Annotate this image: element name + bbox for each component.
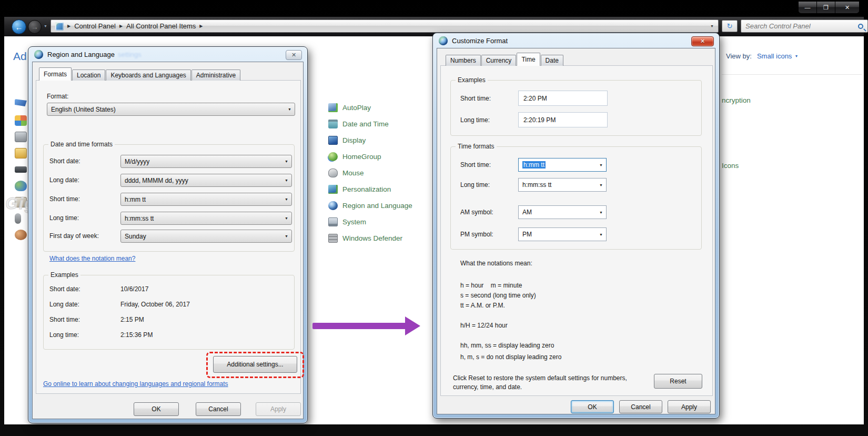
- long-date-dropdown[interactable]: dddd, MMMM dd, yyyy▼: [120, 174, 292, 187]
- people-icon[interactable]: [15, 230, 27, 240]
- item-label: HomeGroup: [342, 153, 381, 161]
- cancel-button[interactable]: Cancel: [619, 400, 662, 413]
- dropdown-arrow-icon: ▼: [599, 163, 603, 167]
- refresh-icon: ↻: [727, 22, 733, 30]
- dialog-titlebar[interactable]: Customize Format: [433, 33, 719, 48]
- apply-button[interactable]: Apply: [668, 400, 711, 413]
- control-panel-item-list: AutoPlay Date and Time Display HomeGroup…: [328, 100, 412, 246]
- dropdown-value: PM: [522, 231, 532, 238]
- example-short-time-label: Short time:: [49, 316, 80, 323]
- first-day-dropdown[interactable]: Sunday▼: [120, 230, 292, 243]
- ok-button[interactable]: OK: [134, 402, 179, 416]
- back-button[interactable]: ←: [12, 19, 26, 34]
- page-heading-fragment: Ad: [13, 50, 27, 63]
- go-online-link[interactable]: Go online to learn about changing langua…: [43, 380, 228, 388]
- back-icon: ←: [15, 23, 23, 32]
- example-short-date-value: 10/6/2017: [120, 285, 148, 293]
- tab-time[interactable]: Time: [517, 53, 540, 66]
- example-short-time-field[interactable]: 2:20 PM: [518, 91, 608, 106]
- flag-icon[interactable]: [15, 99, 27, 110]
- tab-formats[interactable]: Formats: [39, 67, 72, 81]
- address-dropdown-icon[interactable]: ▼: [710, 24, 714, 28]
- item-display[interactable]: Display: [328, 132, 412, 148]
- item-label: Display: [342, 136, 366, 144]
- windows-icon[interactable]: [15, 115, 27, 126]
- reset-description: Click Reset to restore the system defaul…: [453, 374, 637, 392]
- notation-line: s = second (long time only): [460, 292, 536, 299]
- control-panel-icon: [55, 22, 64, 31]
- chevron-right-icon[interactable]: ▶: [119, 24, 123, 28]
- search-input[interactable]: [745, 22, 858, 30]
- refresh-button[interactable]: ↻: [722, 20, 738, 32]
- dropdown-value: h:mm:ss tt: [522, 181, 551, 189]
- breadcrumb-control-panel[interactable]: Control Panel: [74, 22, 116, 30]
- users-icon[interactable]: [15, 181, 27, 191]
- dropdown-arrow-icon: ▼: [599, 211, 603, 214]
- autoplay-icon: [328, 103, 338, 112]
- maximize-icon[interactable]: ❐: [817, 2, 835, 13]
- dropdown-arrow-icon: ▼: [285, 216, 288, 220]
- long-time-dropdown[interactable]: h:mm:ss tt▼: [120, 212, 292, 225]
- short-date-dropdown[interactable]: M/d/yyyy▼: [120, 155, 292, 168]
- pm-symbol-label: PM symbol:: [460, 231, 493, 238]
- chevron-right-icon[interactable]: ▶: [199, 24, 203, 28]
- item-date-and-time[interactable]: Date and Time: [328, 116, 412, 132]
- item-label: AutoPlay: [342, 104, 371, 112]
- item-encryption-partial[interactable]: ncryption: [722, 96, 751, 104]
- history-dropdown-icon[interactable]: ▼: [44, 24, 47, 28]
- dialog-close-button[interactable]: ✕: [691, 36, 714, 46]
- minimize-icon[interactable]: —: [799, 2, 817, 13]
- fonts-folder-icon[interactable]: [15, 148, 27, 158]
- item-region-and-language[interactable]: Region and Language: [328, 197, 412, 214]
- close-icon[interactable]: ✕: [835, 2, 859, 13]
- tab-currency[interactable]: Currency: [481, 55, 517, 66]
- ok-button[interactable]: OK: [571, 400, 614, 413]
- pm-symbol-dropdown[interactable]: PM▼: [518, 227, 607, 241]
- breadcrumb-all-items[interactable]: All Control Panel Items: [126, 22, 196, 30]
- tab-numbers[interactable]: Numbers: [446, 55, 481, 66]
- tab-keyboards-and-languages[interactable]: Keyboards and Languages: [106, 70, 190, 81]
- forward-button[interactable]: →: [28, 20, 42, 34]
- item-icons-partial[interactable]: Icons: [722, 162, 739, 170]
- additional-settings-button[interactable]: Additional settings...: [213, 356, 297, 373]
- example-long-time-value: 2:15:36 PM: [120, 331, 153, 339]
- dialog-close-button[interactable]: ✕: [286, 50, 302, 60]
- item-label: Mouse: [342, 169, 364, 177]
- drive-icon[interactable]: [15, 166, 27, 173]
- tab-location[interactable]: Location: [72, 70, 105, 81]
- long-time-format-dropdown[interactable]: h:mm:ss tt▼: [518, 178, 607, 192]
- format-dropdown[interactable]: English (United States) ▼: [47, 103, 295, 116]
- tab-date[interactable]: Date: [541, 55, 563, 66]
- view-by-control: View by: Small icons ▼: [726, 52, 798, 60]
- dialog-titlebar[interactable]: Region and Language settings: [28, 47, 307, 62]
- item-system[interactable]: System: [328, 214, 412, 230]
- microphone-icon[interactable]: [15, 213, 21, 224]
- tab-administrative[interactable]: Administrative: [191, 70, 240, 81]
- item-homegroup[interactable]: HomeGroup: [328, 148, 412, 165]
- dropdown-arrow-icon: ▼: [285, 234, 288, 238]
- display-icon: [328, 136, 338, 145]
- short-date-value: M/d/yyyy: [125, 158, 149, 165]
- reset-button[interactable]: Reset: [654, 374, 702, 389]
- example-short-time-label: Short time:: [460, 95, 491, 102]
- item-autoplay[interactable]: AutoPlay: [328, 100, 412, 116]
- apply-button[interactable]: Apply: [256, 402, 301, 416]
- example-long-time-field[interactable]: 2:20:19 PM: [518, 112, 608, 127]
- item-mouse[interactable]: Mouse: [328, 165, 412, 181]
- search-box[interactable]: [741, 19, 868, 33]
- notation-line: h, m, s = do not display leading zero: [460, 353, 561, 361]
- short-time-format-dropdown[interactable]: h:mm tt ▼: [518, 158, 607, 172]
- short-time-dropdown[interactable]: h:mm tt▼: [120, 193, 292, 206]
- customize-format-dialog: Customize Format ✕ Numbers Currency Time…: [432, 33, 720, 419]
- am-symbol-dropdown[interactable]: AM▼: [518, 205, 607, 219]
- notations-title: What the notations mean:: [460, 260, 532, 267]
- item-windows-defender[interactable]: Windows Defender: [328, 230, 412, 246]
- cancel-button[interactable]: Cancel: [196, 402, 241, 416]
- item-personalization[interactable]: Personalization: [328, 181, 412, 197]
- breadcrumb[interactable]: ▶ Control Panel ▶ All Control Panel Item…: [51, 19, 719, 33]
- group-title: Date and time formats: [48, 141, 115, 148]
- view-by-dropdown[interactable]: Small icons ▼: [757, 52, 798, 60]
- notation-help-link[interactable]: What does the notation mean?: [49, 255, 135, 262]
- backup-device-icon[interactable]: [15, 132, 27, 142]
- search-icon[interactable]: [858, 24, 863, 29]
